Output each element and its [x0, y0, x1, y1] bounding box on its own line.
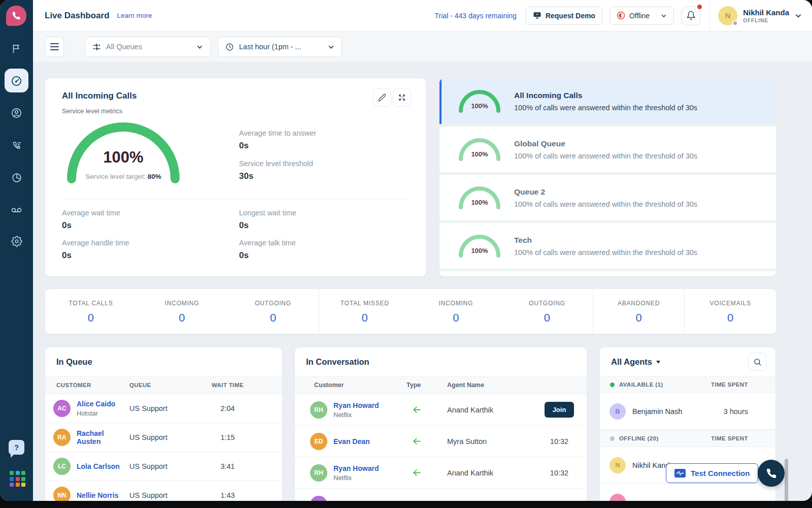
gauge-value: 100%	[65, 148, 181, 167]
queue-gauge: 100%	[458, 137, 501, 162]
learn-more-link[interactable]: Learn more	[117, 12, 152, 19]
customer-link[interactable]: Rachael Austen	[77, 429, 129, 446]
join-call-button[interactable]: Join	[545, 402, 574, 418]
settings-icon[interactable]	[11, 235, 23, 247]
queue-row-partial	[439, 271, 776, 276]
service-level-target: Service level target: 80%	[51, 173, 195, 180]
customer-cell: RH Ryan HowardNetflix	[310, 464, 407, 482]
queue-description: 100% of calls were answered within the t…	[514, 152, 697, 160]
metric-label: Service level threshold	[239, 160, 316, 168]
column-header: QUEUE	[129, 382, 195, 388]
queue-row-text: All Incoming Calls 100% of calls were an…	[514, 91, 697, 112]
customer-link[interactable]: Lola Carlson	[77, 462, 120, 470]
table-row: RA Rachael Austen US Support 1:15	[45, 423, 282, 452]
avatar: N	[610, 457, 626, 473]
user-identity: Nikhil Kanda OFFLINE	[743, 8, 789, 23]
connection-pulse-icon	[674, 469, 686, 478]
chevron-down-icon	[196, 44, 203, 50]
metric: Average handle time 0s	[62, 239, 239, 261]
presentation-icon	[533, 11, 542, 20]
voicemail-icon[interactable]	[11, 204, 23, 216]
phone-logo-icon	[12, 11, 21, 20]
queue-gauge-value: 100%	[458, 150, 501, 158]
top-bar-right: Trial - 443 days remaining Request Demo …	[435, 0, 802, 31]
page-scrollbar[interactable]	[785, 459, 788, 501]
search-icon	[753, 358, 762, 366]
main-content: All Incoming Calls Service level metrics…	[33, 62, 812, 501]
call-metrics-icon[interactable]	[11, 139, 23, 151]
pie-chart-icon[interactable]	[11, 172, 23, 184]
agents-filter-dropdown[interactable]: All Agents	[611, 357, 660, 367]
flag-icon[interactable]	[11, 43, 23, 55]
metric-value: 0s	[62, 250, 239, 261]
column-header: WAIT TIME	[195, 382, 260, 388]
freshcaller-logo[interactable]	[6, 6, 26, 26]
stat-missed-outgoing: OUTGOING0	[501, 289, 593, 334]
help-label: ?	[14, 443, 19, 452]
notifications-button[interactable]	[681, 6, 700, 25]
notification-badge	[697, 5, 702, 9]
queue-name: Global Queue	[514, 139, 697, 148]
queue-row-all-incoming-calls[interactable]: 100% All Incoming Calls 100% of calls we…	[439, 78, 776, 124]
test-connection-button[interactable]: Test Connection	[666, 463, 758, 483]
queue-row-queue-2[interactable]: 100% Queue 2 100% of calls were answered…	[439, 175, 776, 220]
stat-label: TOTAL MISSED	[319, 300, 411, 307]
agent-search-button[interactable]	[748, 353, 766, 371]
answer-metrics: Average time to answer 0s Service level …	[239, 129, 316, 181]
metric: Average time to answer 0s	[239, 129, 316, 151]
apps-grid-icon[interactable]	[10, 471, 25, 487]
customer-link[interactable]: Nellie Norris	[77, 491, 118, 499]
queue-description: 100% of calls were answered within the t…	[514, 104, 697, 112]
column-header: Customer	[310, 382, 407, 389]
time-range-dropdown[interactable]: Last hour (1pm - ...	[218, 37, 342, 57]
queue-gauge-value: 100%	[458, 247, 501, 255]
live-dashboard-icon[interactable]	[11, 75, 23, 87]
customer-link[interactable]: Ryan Howard	[333, 401, 379, 409]
stat-label: ABANDONED	[593, 300, 685, 307]
pencil-icon	[378, 93, 386, 102]
customer-cell: RA Rachael Austen	[53, 429, 129, 446]
expand-button[interactable]	[393, 88, 411, 107]
avatar	[610, 494, 626, 501]
metric-value: 30s	[239, 171, 316, 181]
app-window: ? Live Dashboard Learn more Trial - 443 …	[0, 0, 812, 501]
avatar: ED	[310, 433, 327, 450]
queues-filter-dropdown[interactable]: All Queues	[85, 37, 211, 57]
metric-label: Average time to answer	[239, 129, 316, 137]
chevron-down-icon	[661, 13, 667, 19]
queue-name: All Incoming Calls	[514, 91, 697, 100]
edit-button[interactable]	[373, 88, 391, 107]
avatar-initial: N	[725, 11, 731, 20]
metric-label: Average handle time	[62, 239, 239, 247]
customer-link[interactable]: Ryan Howard	[333, 464, 379, 472]
help-icon[interactable]: ?	[9, 440, 24, 455]
time-spent-header: TIME SPENT	[711, 435, 748, 441]
dialer-fab-button[interactable]	[758, 460, 785, 487]
presence-dropdown[interactable]: Offline	[610, 7, 674, 25]
queue-row-tech[interactable]: 100% Tech 100% of calls were answered wi…	[439, 223, 776, 269]
menu-toggle-button[interactable]	[45, 37, 64, 57]
contacts-icon[interactable]	[11, 107, 23, 119]
service-level-card: All Incoming Calls Service level metrics…	[45, 78, 426, 277]
queue-row-global-queue[interactable]: 100% Global Queue 100% of calls were ans…	[439, 126, 776, 172]
queue-gauge-value: 100%	[458, 102, 501, 110]
customer-cell: RH Ryan HowardNetflix	[310, 401, 407, 419]
agent-time-spent: 3 hours	[724, 407, 748, 416]
customer-link[interactable]: Evan Dean	[333, 437, 370, 446]
customer-cell: NN Nellie Norris	[53, 487, 129, 501]
agent-name: Benjamin Nash	[632, 407, 682, 416]
stat-label: OUTGOING	[501, 300, 593, 307]
metric-value: 0s	[239, 250, 410, 261]
offline-status-icon	[617, 11, 625, 20]
in-queue-title: In Queue	[45, 347, 282, 376]
time-metrics: Average wait time 0s Longest wait time 0…	[62, 209, 410, 261]
metric: Service level threshold 30s	[239, 160, 316, 181]
request-demo-label: Request Demo	[546, 12, 595, 20]
avatar: NN	[53, 487, 71, 501]
user-menu[interactable]: N Nikhil Kanda OFFLINE	[718, 6, 802, 25]
avatar: RA	[53, 429, 71, 446]
offline-status-dot	[610, 436, 615, 441]
customer-link[interactable]: Alice Caido	[77, 400, 115, 408]
metric-label: Average wait time	[62, 209, 239, 217]
request-demo-button[interactable]: Request Demo	[526, 7, 602, 25]
